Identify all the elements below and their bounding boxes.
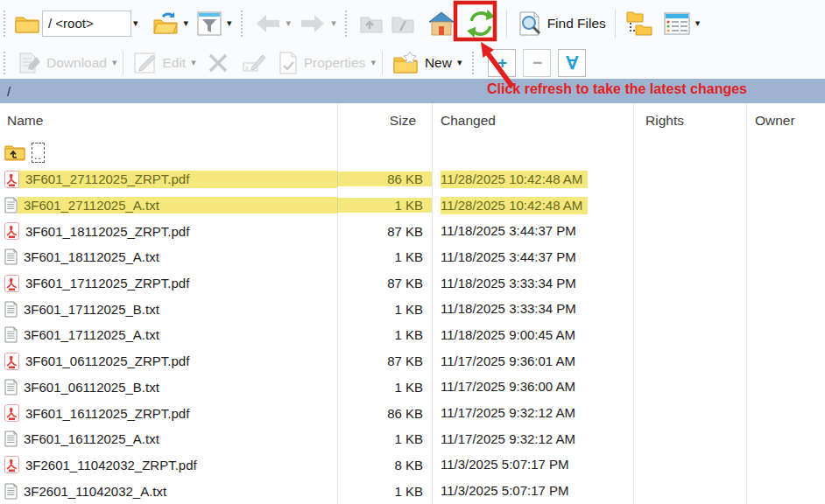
annotation-text: Click refresh to take the latest changes: [487, 81, 747, 97]
file-name-cell: 3F601_17112025_ZRPT.pdf: [0, 275, 337, 292]
column-header-owner[interactable]: Owner: [755, 103, 795, 138]
back-button: [251, 11, 285, 36]
pdf-file-icon: [4, 171, 19, 188]
toolbar-grip[interactable]: [4, 10, 11, 37]
toolbar-grip[interactable]: [241, 10, 249, 37]
file-size-cell: 86 KB: [337, 172, 432, 186]
refresh-icon: [466, 8, 496, 39]
file-changed: 11/3/2025 5:07:17 PM: [441, 456, 575, 473]
file-changed: 11/17/2025 9:36:01 AM: [441, 353, 581, 370]
open-folder-icon: [152, 11, 179, 36]
file-size-cell: 8 KB: [337, 458, 432, 472]
file-changed-cell: 11/18/2025 3:33:34 PM: [432, 300, 633, 318]
column-header-name[interactable]: Name: [7, 103, 43, 138]
remove-button[interactable]: −: [523, 49, 551, 77]
view-details-button[interactable]: [660, 10, 694, 38]
path-bar[interactable]: / Click refresh to take the latest chang…: [0, 79, 825, 103]
column-header-size[interactable]: Size: [337, 103, 424, 138]
column-header-changed[interactable]: Changed: [441, 103, 496, 138]
pdf-file-icon: [4, 275, 19, 292]
forward-button: [296, 11, 329, 36]
address-caret-icon[interactable]: ▾: [133, 18, 138, 29]
txt-file-icon: [4, 197, 18, 214]
parent-directory-row[interactable]: ..: [0, 138, 825, 166]
file-size-cell: 1 KB: [337, 327, 432, 342]
toolbar-primary: / <root> ▾ ▾ ▾ ▾ ▾: [0, 0, 825, 46]
file-row[interactable]: 3F601_27112025_A.txt 1 KB 11/28/2025 10:…: [0, 192, 825, 219]
toolbar-grip[interactable]: [345, 10, 353, 37]
refresh-button[interactable]: [462, 5, 499, 42]
file-name: 3F601_06112025_ZRPT.pdf: [25, 354, 189, 368]
new-caret-icon[interactable]: ▾: [457, 57, 462, 68]
file-changed-cell: 11/17/2025 9:32:12 AM: [432, 430, 633, 448]
file-size-cell: 86 KB: [337, 406, 432, 421]
file-changed-cell: 11/17/2025 9:32:12 AM: [432, 404, 633, 422]
find-files-label: Find Files: [547, 16, 606, 32]
open-directory-button[interactable]: [149, 9, 182, 38]
file-row[interactable]: 3F2601_11042032_A.txt 1 KB 11/3/2025 5:0…: [0, 478, 825, 504]
edit-icon: [133, 52, 158, 74]
edit-caret-icon: ▾: [191, 57, 196, 68]
file-changed-cell: 11/17/2025 9:36:01 AM: [432, 353, 633, 370]
details-view-icon: [664, 12, 690, 35]
filter-caret-icon[interactable]: ▾: [227, 18, 232, 29]
file-name-cell: 3F2601_11042032_ZRPT.pdf: [0, 456, 337, 473]
folder-tree-button[interactable]: [622, 7, 657, 40]
file-changed-cell: 11/28/2025 10:42:48 AM: [432, 197, 633, 214]
new-button[interactable]: New: [389, 48, 455, 78]
pdf-file-icon: [4, 456, 19, 473]
txt-file-icon: [4, 248, 18, 265]
home-button[interactable]: [424, 8, 459, 39]
forall-button[interactable]: ∀: [558, 49, 586, 77]
filter-icon: [197, 11, 222, 36]
file-name-cell: 3F601_06112025_B.txt: [0, 379, 337, 396]
properties-caret-icon: ▾: [370, 57, 376, 68]
view-caret-icon[interactable]: ▾: [695, 18, 701, 29]
file-size-cell: 87 KB: [337, 224, 432, 239]
file-size-cell: 1 KB: [337, 380, 432, 395]
file-row[interactable]: 3F601_17112025_A.txt 1 KB 11/18/2025 9:0…: [0, 322, 825, 348]
root-folder-icon: [391, 13, 415, 34]
file-row[interactable]: 3F601_16112025_A.txt 1 KB 11/17/2025 9:3…: [0, 426, 825, 452]
column-header-rights[interactable]: Rights: [645, 103, 684, 138]
file-row[interactable]: 3F601_06112025_B.txt 1 KB 11/17/2025 9:3…: [0, 374, 825, 401]
delete-button: [203, 50, 233, 76]
folder-up-icon: [4, 144, 25, 161]
address-dropdown[interactable]: / <root>: [42, 10, 131, 37]
download-button: Download: [14, 49, 110, 77]
file-size-cell: 1 KB: [337, 431, 432, 446]
add-button[interactable]: +: [488, 49, 516, 77]
txt-file-icon: [4, 430, 18, 447]
file-changed: 11/17/2025 9:36:00 AM: [441, 378, 581, 396]
file-name: 3F2601_11042032_ZRPT.pdf: [25, 458, 197, 472]
file-name: 3F601_17112025_A.txt: [24, 327, 159, 342]
toolbar-separator: [506, 10, 507, 38]
file-row[interactable]: 3F2601_11042032_ZRPT.pdf 8 KB 11/3/2025 …: [0, 452, 825, 479]
file-row[interactable]: 3F601_06112025_ZRPT.pdf 87 KB 11/17/2025…: [0, 348, 825, 374]
file-name-cell: 3F601_06112025_ZRPT.pdf: [0, 353, 337, 370]
current-path: /: [7, 84, 11, 99]
new-folder-icon: [392, 51, 420, 75]
file-changed-cell: 11/17/2025 9:36:00 AM: [432, 378, 633, 396]
filter-button[interactable]: [194, 9, 225, 38]
back-arrow-icon: [255, 14, 281, 33]
find-files-button[interactable]: Find Files: [513, 8, 610, 39]
toolbar-grip[interactable]: [472, 52, 480, 74]
download-caret-icon: ▾: [112, 57, 117, 68]
file-changed-cell: 11/18/2025 3:33:34 PM: [432, 275, 633, 292]
toolbar-separator: [615, 10, 616, 38]
file-changed: 11/17/2025 9:32:12 AM: [441, 404, 581, 422]
file-row[interactable]: 3F601_16112025_ZRPT.pdf 86 KB 11/17/2025…: [0, 400, 825, 426]
txt-file-icon: [4, 301, 18, 318]
download-icon: [18, 52, 42, 74]
forward-caret-icon: ▾: [331, 18, 336, 29]
file-name-cell: 3F601_17112025_A.txt: [0, 326, 337, 343]
file-row[interactable]: 3F601_18112025_ZRPT.pdf 87 KB 11/18/2025…: [0, 218, 825, 244]
file-row[interactable]: 3F601_17112025_B.txt 1 KB 11/18/2025 3:3…: [0, 296, 825, 322]
file-row[interactable]: 3F601_27112025_ZRPT.pdf 86 KB 11/28/2025…: [0, 166, 825, 192]
file-row[interactable]: 3F601_18112025_A.txt 1 KB 11/18/2025 3:4…: [0, 244, 825, 270]
toolbar-grip[interactable]: [4, 52, 11, 74]
file-row[interactable]: 3F601_17112025_ZRPT.pdf 87 KB 11/18/2025…: [0, 270, 825, 297]
open-directory-caret-icon[interactable]: ▾: [184, 18, 189, 29]
delete-x-icon: [207, 52, 229, 74]
